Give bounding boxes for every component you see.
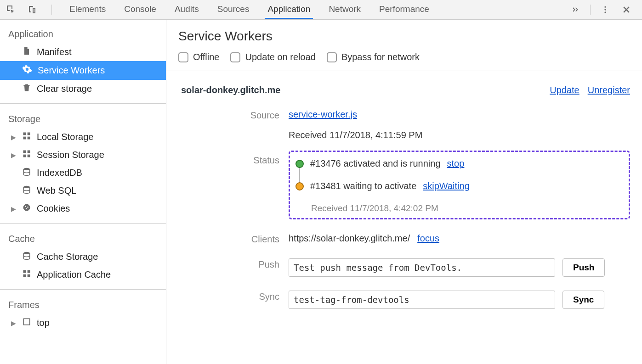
close-icon[interactable] xyxy=(620,3,633,16)
svg-rect-5 xyxy=(23,137,26,140)
svg-rect-3 xyxy=(23,133,26,135)
status-label: Status xyxy=(178,154,279,166)
tab-audits[interactable]: Audits xyxy=(172,0,202,19)
origin-actions: Update Unregister xyxy=(550,85,630,95)
svg-point-2 xyxy=(604,11,606,13)
separator xyxy=(51,5,52,15)
file-icon xyxy=(22,46,31,58)
status-dot-orange-icon xyxy=(295,182,304,190)
sidebar-section-frames: Frames xyxy=(0,295,166,314)
sidebar-item-cookies[interactable]: ▶Cookies xyxy=(0,200,166,218)
details-grid: Source service-worker.js Received 11/7/2… xyxy=(178,105,630,309)
devtools-toolbar: ElementsConsoleAuditsSourcesApplicationN… xyxy=(0,0,642,20)
grid-icon xyxy=(22,269,31,280)
status-received: Received 11/7/2018, 4:42:02 PM xyxy=(311,203,620,213)
main: ApplicationManifestService WorkersClear … xyxy=(0,20,642,364)
chevron-right-icon: ▶ xyxy=(11,205,17,213)
clients-label: Clients xyxy=(178,233,279,245)
sidebar-item-clear-storage[interactable]: Clear storage xyxy=(0,80,166,98)
gear-icon xyxy=(22,64,32,77)
sidebar-item-label: Session Storage xyxy=(37,150,104,160)
inspect-icon[interactable] xyxy=(5,3,17,16)
status-line-active: #13476 activated and is running stop xyxy=(295,158,620,169)
clients-value: https://solar-donkey.glitch.me/ focus xyxy=(289,233,630,244)
sidebar-item-manifest[interactable]: Manifest xyxy=(0,43,166,61)
tab-elements[interactable]: Elements xyxy=(67,0,108,19)
origin-row: solar-donkey.glitch.me Update Unregister xyxy=(178,71,630,105)
page-title: Service Workers xyxy=(178,29,630,44)
source-file-link[interactable]: service-worker.js xyxy=(289,109,357,119)
checkbox-label: Offline xyxy=(193,52,219,62)
skipwaiting-link[interactable]: skipWaiting xyxy=(423,181,470,191)
svg-rect-7 xyxy=(23,151,26,153)
sidebar-item-label: Local Storage xyxy=(37,132,93,142)
status-text: #13481 waiting to activate xyxy=(310,181,416,191)
update-link[interactable]: Update xyxy=(550,85,580,95)
tab-network[interactable]: Network xyxy=(326,0,364,19)
sync-input[interactable] xyxy=(289,291,555,309)
sidebar-item-label: Application Cache xyxy=(37,269,111,280)
push-value: Push xyxy=(289,258,630,277)
tab-sources[interactable]: Sources xyxy=(215,0,252,19)
status-dot-green-icon xyxy=(295,160,304,168)
unregister-link[interactable]: Unregister xyxy=(588,85,630,95)
checkbox-icon xyxy=(230,52,240,62)
sidebar-item-label: Clear storage xyxy=(37,84,92,94)
svg-point-12 xyxy=(23,186,29,188)
stop-link[interactable]: stop xyxy=(447,158,465,169)
tab-performance[interactable]: Performance xyxy=(376,0,432,19)
sidebar-item-label: Cookies xyxy=(37,203,70,214)
sidebar-item-label: top xyxy=(37,318,50,328)
svg-rect-21 xyxy=(28,274,30,277)
svg-rect-6 xyxy=(28,137,30,140)
checkbox-bypass-for-network[interactable]: Bypass for network xyxy=(327,52,420,62)
source-value: service-worker.js Received 11/7/2018, 4:… xyxy=(289,109,630,140)
svg-rect-8 xyxy=(28,151,30,153)
db-icon xyxy=(22,251,31,263)
sidebar-item-service-workers[interactable]: Service Workers xyxy=(0,61,166,80)
sidebar-item-session-storage[interactable]: ▶Session Storage xyxy=(0,146,166,164)
svg-rect-10 xyxy=(28,155,30,157)
svg-point-1 xyxy=(604,9,606,10)
grid-icon xyxy=(22,149,31,161)
status-value: #13476 activated and is running stop #13… xyxy=(289,154,630,219)
tab-console[interactable]: Console xyxy=(121,0,159,19)
svg-rect-22 xyxy=(23,319,29,325)
toolbar-right xyxy=(569,3,642,16)
chevron-right-icon: ▶ xyxy=(11,151,17,159)
sidebar-item-application-cache[interactable]: Application Cache xyxy=(0,266,166,284)
sidebar-item-label: Web SQL xyxy=(37,185,76,196)
svg-point-0 xyxy=(604,6,606,8)
sync-button[interactable]: Sync xyxy=(562,291,604,309)
kebab-menu-icon[interactable] xyxy=(599,3,612,16)
tab-bar: ElementsConsoleAuditsSourcesApplicationN… xyxy=(67,0,432,19)
sidebar-item-top[interactable]: ▶top xyxy=(0,314,166,332)
origin-title: solar-donkey.glitch.me xyxy=(181,85,280,95)
sidebar-item-web-sql[interactable]: Web SQL xyxy=(0,182,166,200)
sidebar-item-label: Service Workers xyxy=(38,65,105,76)
push-button[interactable]: Push xyxy=(562,258,605,277)
trash-icon xyxy=(22,83,31,95)
device-icon[interactable] xyxy=(26,3,39,16)
sidebar-item-label: IndexedDB xyxy=(37,168,82,178)
sidebar-item-cache-storage[interactable]: Cache Storage xyxy=(0,248,166,266)
cookie-icon xyxy=(22,203,31,214)
svg-point-17 xyxy=(23,252,29,254)
separator xyxy=(590,5,591,15)
svg-point-11 xyxy=(23,168,29,170)
checkbox-offline[interactable]: Offline xyxy=(178,52,219,62)
sidebar-item-label: Manifest xyxy=(37,47,72,57)
sidebar-item-local-storage[interactable]: ▶Local Storage xyxy=(0,128,166,146)
more-tabs-icon[interactable] xyxy=(569,3,582,16)
toolbar-left xyxy=(0,3,57,16)
push-input[interactable] xyxy=(289,258,555,277)
focus-link[interactable]: focus xyxy=(417,233,439,244)
status-text: #13476 activated and is running xyxy=(310,158,441,169)
checkbox-update-on-reload[interactable]: Update on reload xyxy=(230,52,315,62)
svg-rect-19 xyxy=(28,270,30,273)
svg-rect-18 xyxy=(23,270,26,273)
sidebar-section-storage: Storage xyxy=(0,109,166,128)
sidebar-item-indexeddb[interactable]: IndexedDB xyxy=(0,164,166,182)
tab-application[interactable]: Application xyxy=(265,0,313,19)
svg-rect-9 xyxy=(23,155,26,157)
